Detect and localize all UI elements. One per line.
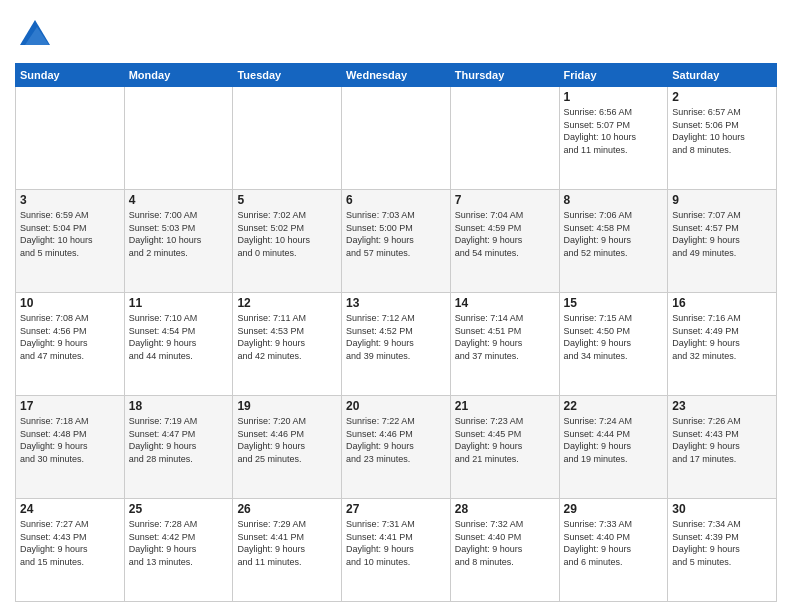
day-number: 28	[455, 502, 555, 516]
day-info: Sunrise: 7:26 AM Sunset: 4:43 PM Dayligh…	[672, 415, 772, 465]
day-info: Sunrise: 7:24 AM Sunset: 4:44 PM Dayligh…	[564, 415, 664, 465]
calendar-cell	[450, 87, 559, 190]
calendar-week-row: 3Sunrise: 6:59 AM Sunset: 5:04 PM Daylig…	[16, 190, 777, 293]
day-number: 17	[20, 399, 120, 413]
day-number: 1	[564, 90, 664, 104]
day-number: 16	[672, 296, 772, 310]
day-number: 5	[237, 193, 337, 207]
calendar-header-row: SundayMondayTuesdayWednesdayThursdayFrid…	[16, 64, 777, 87]
weekday-header: Saturday	[668, 64, 777, 87]
calendar-cell: 19Sunrise: 7:20 AM Sunset: 4:46 PM Dayli…	[233, 396, 342, 499]
day-number: 20	[346, 399, 446, 413]
day-info: Sunrise: 7:10 AM Sunset: 4:54 PM Dayligh…	[129, 312, 229, 362]
calendar-cell: 5Sunrise: 7:02 AM Sunset: 5:02 PM Daylig…	[233, 190, 342, 293]
day-info: Sunrise: 7:22 AM Sunset: 4:46 PM Dayligh…	[346, 415, 446, 465]
calendar-cell: 23Sunrise: 7:26 AM Sunset: 4:43 PM Dayli…	[668, 396, 777, 499]
day-info: Sunrise: 7:16 AM Sunset: 4:49 PM Dayligh…	[672, 312, 772, 362]
day-number: 21	[455, 399, 555, 413]
day-info: Sunrise: 7:31 AM Sunset: 4:41 PM Dayligh…	[346, 518, 446, 568]
day-number: 19	[237, 399, 337, 413]
day-number: 11	[129, 296, 229, 310]
calendar-week-row: 10Sunrise: 7:08 AM Sunset: 4:56 PM Dayli…	[16, 293, 777, 396]
day-number: 10	[20, 296, 120, 310]
calendar-cell: 7Sunrise: 7:04 AM Sunset: 4:59 PM Daylig…	[450, 190, 559, 293]
day-number: 14	[455, 296, 555, 310]
calendar-cell: 9Sunrise: 7:07 AM Sunset: 4:57 PM Daylig…	[668, 190, 777, 293]
calendar-week-row: 24Sunrise: 7:27 AM Sunset: 4:43 PM Dayli…	[16, 499, 777, 602]
day-info: Sunrise: 6:59 AM Sunset: 5:04 PM Dayligh…	[20, 209, 120, 259]
day-info: Sunrise: 7:29 AM Sunset: 4:41 PM Dayligh…	[237, 518, 337, 568]
day-number: 9	[672, 193, 772, 207]
calendar-cell: 16Sunrise: 7:16 AM Sunset: 4:49 PM Dayli…	[668, 293, 777, 396]
day-info: Sunrise: 7:28 AM Sunset: 4:42 PM Dayligh…	[129, 518, 229, 568]
weekday-header: Wednesday	[342, 64, 451, 87]
day-info: Sunrise: 7:03 AM Sunset: 5:00 PM Dayligh…	[346, 209, 446, 259]
day-info: Sunrise: 7:32 AM Sunset: 4:40 PM Dayligh…	[455, 518, 555, 568]
day-info: Sunrise: 7:23 AM Sunset: 4:45 PM Dayligh…	[455, 415, 555, 465]
day-number: 4	[129, 193, 229, 207]
day-info: Sunrise: 7:08 AM Sunset: 4:56 PM Dayligh…	[20, 312, 120, 362]
logo-icon	[15, 15, 55, 55]
calendar-cell: 6Sunrise: 7:03 AM Sunset: 5:00 PM Daylig…	[342, 190, 451, 293]
day-number: 18	[129, 399, 229, 413]
calendar-cell: 30Sunrise: 7:34 AM Sunset: 4:39 PM Dayli…	[668, 499, 777, 602]
day-info: Sunrise: 7:11 AM Sunset: 4:53 PM Dayligh…	[237, 312, 337, 362]
day-number: 8	[564, 193, 664, 207]
day-info: Sunrise: 7:19 AM Sunset: 4:47 PM Dayligh…	[129, 415, 229, 465]
day-number: 22	[564, 399, 664, 413]
calendar-cell	[124, 87, 233, 190]
weekday-header: Monday	[124, 64, 233, 87]
logo	[15, 15, 57, 55]
calendar-cell: 8Sunrise: 7:06 AM Sunset: 4:58 PM Daylig…	[559, 190, 668, 293]
calendar-cell: 10Sunrise: 7:08 AM Sunset: 4:56 PM Dayli…	[16, 293, 125, 396]
weekday-header: Sunday	[16, 64, 125, 87]
calendar-cell	[233, 87, 342, 190]
weekday-header: Friday	[559, 64, 668, 87]
day-number: 7	[455, 193, 555, 207]
calendar-cell: 27Sunrise: 7:31 AM Sunset: 4:41 PM Dayli…	[342, 499, 451, 602]
day-info: Sunrise: 7:06 AM Sunset: 4:58 PM Dayligh…	[564, 209, 664, 259]
calendar-cell: 13Sunrise: 7:12 AM Sunset: 4:52 PM Dayli…	[342, 293, 451, 396]
calendar-cell: 15Sunrise: 7:15 AM Sunset: 4:50 PM Dayli…	[559, 293, 668, 396]
day-number: 24	[20, 502, 120, 516]
calendar-cell: 24Sunrise: 7:27 AM Sunset: 4:43 PM Dayli…	[16, 499, 125, 602]
day-number: 3	[20, 193, 120, 207]
calendar-cell: 1Sunrise: 6:56 AM Sunset: 5:07 PM Daylig…	[559, 87, 668, 190]
calendar-cell: 22Sunrise: 7:24 AM Sunset: 4:44 PM Dayli…	[559, 396, 668, 499]
day-info: Sunrise: 7:34 AM Sunset: 4:39 PM Dayligh…	[672, 518, 772, 568]
calendar-week-row: 1Sunrise: 6:56 AM Sunset: 5:07 PM Daylig…	[16, 87, 777, 190]
calendar-cell	[16, 87, 125, 190]
day-info: Sunrise: 6:56 AM Sunset: 5:07 PM Dayligh…	[564, 106, 664, 156]
calendar-cell: 18Sunrise: 7:19 AM Sunset: 4:47 PM Dayli…	[124, 396, 233, 499]
calendar-cell: 21Sunrise: 7:23 AM Sunset: 4:45 PM Dayli…	[450, 396, 559, 499]
calendar-week-row: 17Sunrise: 7:18 AM Sunset: 4:48 PM Dayli…	[16, 396, 777, 499]
calendar-cell: 4Sunrise: 7:00 AM Sunset: 5:03 PM Daylig…	[124, 190, 233, 293]
weekday-header: Tuesday	[233, 64, 342, 87]
weekday-header: Thursday	[450, 64, 559, 87]
day-info: Sunrise: 7:04 AM Sunset: 4:59 PM Dayligh…	[455, 209, 555, 259]
day-info: Sunrise: 7:12 AM Sunset: 4:52 PM Dayligh…	[346, 312, 446, 362]
day-info: Sunrise: 7:18 AM Sunset: 4:48 PM Dayligh…	[20, 415, 120, 465]
calendar-cell: 29Sunrise: 7:33 AM Sunset: 4:40 PM Dayli…	[559, 499, 668, 602]
page: SundayMondayTuesdayWednesdayThursdayFrid…	[0, 0, 792, 612]
day-info: Sunrise: 7:00 AM Sunset: 5:03 PM Dayligh…	[129, 209, 229, 259]
calendar-cell: 25Sunrise: 7:28 AM Sunset: 4:42 PM Dayli…	[124, 499, 233, 602]
day-info: Sunrise: 7:15 AM Sunset: 4:50 PM Dayligh…	[564, 312, 664, 362]
calendar-cell: 3Sunrise: 6:59 AM Sunset: 5:04 PM Daylig…	[16, 190, 125, 293]
day-number: 12	[237, 296, 337, 310]
calendar-cell: 2Sunrise: 6:57 AM Sunset: 5:06 PM Daylig…	[668, 87, 777, 190]
calendar-cell: 11Sunrise: 7:10 AM Sunset: 4:54 PM Dayli…	[124, 293, 233, 396]
day-number: 30	[672, 502, 772, 516]
day-number: 23	[672, 399, 772, 413]
day-number: 2	[672, 90, 772, 104]
day-number: 29	[564, 502, 664, 516]
day-number: 15	[564, 296, 664, 310]
calendar-cell: 14Sunrise: 7:14 AM Sunset: 4:51 PM Dayli…	[450, 293, 559, 396]
header	[15, 15, 777, 55]
calendar-cell: 26Sunrise: 7:29 AM Sunset: 4:41 PM Dayli…	[233, 499, 342, 602]
day-info: Sunrise: 7:33 AM Sunset: 4:40 PM Dayligh…	[564, 518, 664, 568]
day-number: 6	[346, 193, 446, 207]
calendar-cell: 12Sunrise: 7:11 AM Sunset: 4:53 PM Dayli…	[233, 293, 342, 396]
day-info: Sunrise: 7:07 AM Sunset: 4:57 PM Dayligh…	[672, 209, 772, 259]
day-number: 25	[129, 502, 229, 516]
